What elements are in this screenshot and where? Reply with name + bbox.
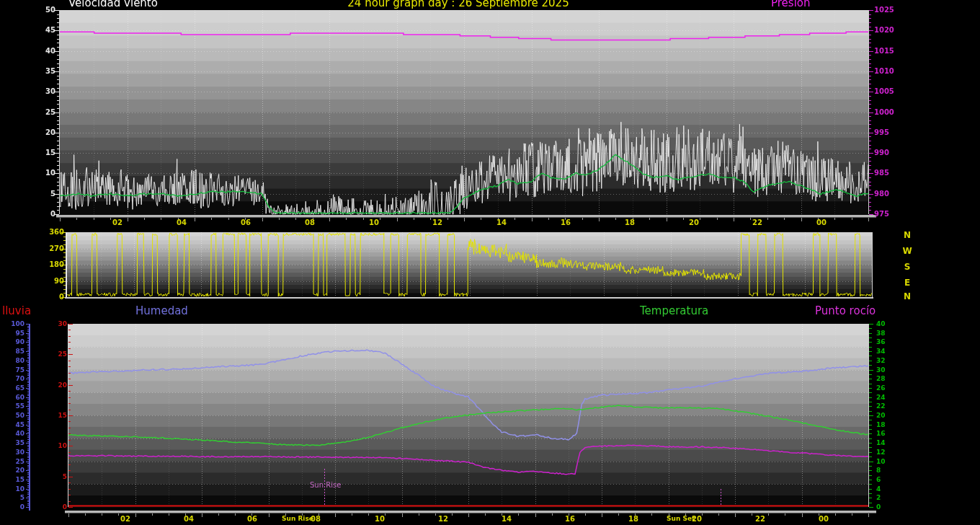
compass-label: W bbox=[902, 246, 912, 256]
axis-tick-label: 10 bbox=[3, 485, 24, 493]
axis-tick-label: 22 bbox=[750, 219, 765, 226]
axis-tick-label: 15 bbox=[45, 412, 67, 419]
axis-tick-label: 30 bbox=[34, 88, 55, 95]
axis-tick-label: 80 bbox=[3, 357, 24, 364]
axis-tick-label: 1005 bbox=[874, 88, 899, 95]
axis-tick-label: 25 bbox=[34, 109, 55, 116]
axis-tick-label: 08 bbox=[308, 516, 323, 523]
axis-tick-label: 10 bbox=[876, 458, 895, 465]
axis-tick-label: 90 bbox=[41, 278, 64, 285]
axis-tick-label: 02 bbox=[110, 219, 125, 226]
axis-tick-label: 22 bbox=[876, 402, 895, 410]
temperature-label: Temperatura bbox=[640, 305, 708, 317]
axis-tick-label: 40 bbox=[876, 320, 895, 327]
axis-tick-label: 360 bbox=[41, 229, 64, 236]
axis-tick-label: 1000 bbox=[874, 109, 899, 116]
axis-tick-label: 95 bbox=[3, 330, 24, 337]
axis-tick-label: 15 bbox=[34, 149, 55, 156]
axis-tick-label: 14 bbox=[876, 439, 895, 446]
axis-tick-label: 5 bbox=[3, 494, 24, 501]
axis-tick-label: 20 bbox=[690, 516, 704, 523]
axis-tick-label: 60 bbox=[3, 394, 24, 401]
axis-tick-label: 45 bbox=[34, 27, 55, 34]
axis-tick-label: 0 bbox=[876, 503, 895, 511]
axis-tick-label: 04 bbox=[182, 516, 196, 523]
axis-tick-label: 5 bbox=[45, 473, 67, 480]
compass-label: S bbox=[902, 262, 912, 272]
axis-tick-label: 6 bbox=[876, 476, 895, 483]
axis-tick-label: 16 bbox=[558, 219, 573, 226]
axis-tick-label: 35 bbox=[34, 68, 55, 75]
humidity-label: Humedad bbox=[135, 305, 188, 317]
axis-tick-label: 180 bbox=[41, 261, 64, 268]
compass-label: E bbox=[902, 278, 912, 288]
axis-tick-label: 04 bbox=[174, 219, 189, 226]
axis-tick-label: 30 bbox=[3, 449, 24, 456]
page-title: 24 hour graph day : 26 Septiembre 2025 bbox=[347, 0, 569, 9]
axis-tick-label: 5 bbox=[34, 190, 55, 198]
axis-tick-label: 55 bbox=[3, 402, 24, 410]
axis-tick-label: 20 bbox=[34, 129, 55, 136]
axis-tick-label: 12 bbox=[876, 449, 895, 456]
axis-tick-label: 25 bbox=[3, 458, 24, 465]
axis-tick-label: 4 bbox=[876, 485, 895, 493]
axis-tick-label: 12 bbox=[436, 516, 450, 523]
axis-tick-label: 20 bbox=[45, 381, 67, 389]
axis-tick-label: 65 bbox=[3, 384, 24, 392]
axis-tick-label: 24 bbox=[876, 394, 895, 401]
axis-tick-label: 40 bbox=[34, 48, 55, 55]
axis-tick-label: 1015 bbox=[874, 48, 899, 55]
axis-tick-label: 00 bbox=[816, 516, 831, 523]
axis-tick-label: 980 bbox=[874, 190, 899, 198]
axis-tick-label: 20 bbox=[3, 467, 24, 474]
axis-tick-label: 975 bbox=[874, 211, 899, 218]
axis-tick-label: 995 bbox=[874, 129, 899, 136]
axis-tick-label: 40 bbox=[3, 430, 24, 437]
axis-tick-label: 18 bbox=[623, 219, 637, 226]
axis-tick-label: 10 bbox=[367, 219, 381, 226]
axis-tick-label: 10 bbox=[373, 516, 387, 523]
axis-tick-label: 70 bbox=[3, 375, 24, 382]
axis-tick-label: 25 bbox=[45, 350, 67, 358]
axis-tick-label: 85 bbox=[3, 348, 24, 355]
axis-tick-label: 75 bbox=[3, 366, 24, 374]
wind-speed-title: Velocidad viento bbox=[68, 0, 158, 9]
axis-tick-label: 16 bbox=[563, 516, 577, 523]
axis-tick-label: 16 bbox=[876, 430, 895, 437]
axis-tick-label: 06 bbox=[245, 516, 259, 523]
weather-24h-graph-page: Velocidad viento 24 hour graph day : 26 … bbox=[0, 0, 980, 525]
axis-tick-label: 0 bbox=[41, 294, 64, 301]
axis-tick-label: 35 bbox=[3, 439, 24, 446]
axis-tick-label: 10 bbox=[45, 442, 67, 449]
axis-tick-label: 10 bbox=[34, 169, 55, 177]
axis-tick-label: 0 bbox=[45, 503, 67, 511]
axis-tick-label: 08 bbox=[303, 219, 317, 226]
axis-tick-label: 990 bbox=[874, 149, 899, 156]
axis-tick-label: 18 bbox=[626, 516, 641, 523]
axis-tick-label: 22 bbox=[753, 516, 767, 523]
axis-tick-label: 14 bbox=[499, 516, 514, 523]
axis-tick-label: 36 bbox=[876, 338, 895, 345]
axis-tick-label: 100 bbox=[3, 320, 24, 327]
compass-label: N bbox=[902, 230, 912, 240]
axis-tick-label: 34 bbox=[876, 348, 895, 355]
axis-tick-label: 06 bbox=[239, 219, 253, 226]
rain-label: lluvia bbox=[2, 305, 31, 317]
axis-tick-label: 2 bbox=[876, 494, 895, 501]
axis-tick-label: 8 bbox=[876, 467, 895, 474]
axis-tick-label: 15 bbox=[3, 476, 24, 483]
axis-tick-label: 50 bbox=[3, 412, 24, 419]
axis-tick-label: 50 bbox=[34, 6, 55, 14]
axis-tick-label: 14 bbox=[494, 219, 509, 226]
axis-tick-label: 30 bbox=[45, 320, 67, 327]
axis-tick-label: 00 bbox=[814, 219, 829, 226]
axis-tick-label: 1010 bbox=[874, 68, 899, 75]
axis-tick-label: 38 bbox=[876, 330, 895, 337]
axis-tick-label: 26 bbox=[876, 384, 895, 392]
axis-tick-label: 270 bbox=[41, 245, 64, 252]
charts-canvas bbox=[0, 0, 980, 525]
axis-tick-label: 90 bbox=[3, 338, 24, 345]
axis-tick-label: 0 bbox=[34, 211, 55, 218]
axis-tick-label: 02 bbox=[118, 516, 133, 523]
sunrise-annotation: Sun Rise bbox=[310, 481, 341, 489]
